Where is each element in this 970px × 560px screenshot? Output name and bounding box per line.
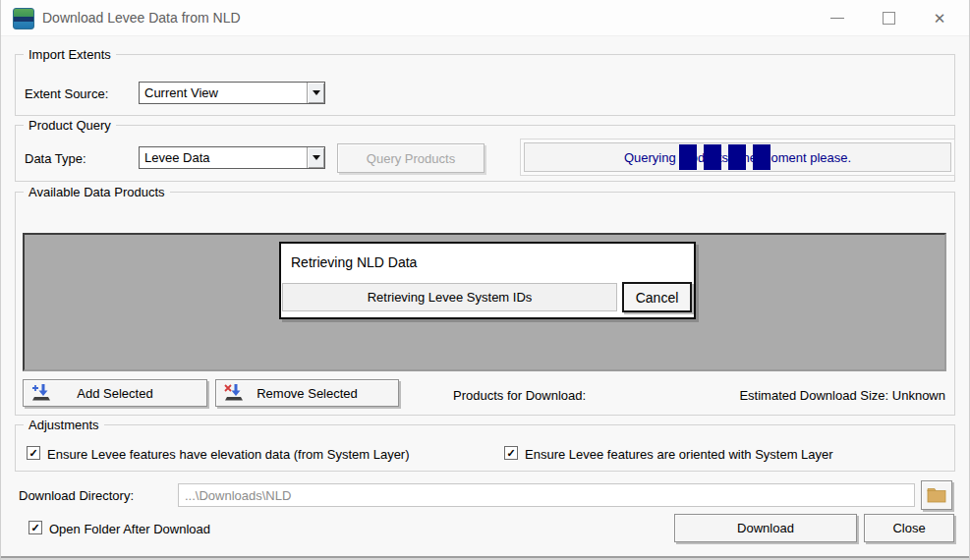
chevron-down-icon (313, 155, 320, 160)
available-products-legend: Available Data Products (24, 185, 170, 199)
checkmark-icon: ✓ (29, 448, 37, 459)
folder-icon (927, 487, 946, 503)
extent-source-dropdown-button[interactable] (307, 83, 324, 103)
query-products-label: Query Products (367, 151, 455, 166)
orientation-checkbox-label: Ensure Levee features are oriented with … (525, 447, 833, 462)
close-icon: ✕ (934, 10, 946, 28)
extent-source-value: Current View (140, 83, 307, 103)
download-levee-dialog: Download Levee Data from NLD ✕ Import Ex… (0, 0, 970, 560)
close-button[interactable]: ✕ (914, 0, 965, 36)
data-type-label: Data Type: (25, 151, 86, 166)
estimated-size-label: Estimated Download Size: Unknown (739, 388, 945, 403)
app-levee-icon (13, 8, 34, 29)
modal-title: Retrieving NLD Data (291, 254, 417, 270)
add-selected-button[interactable]: Add Selected (23, 379, 207, 407)
download-directory-label: Download Directory: (19, 488, 134, 503)
chevron-down-icon (313, 90, 320, 95)
minimize-button[interactable] (812, 0, 863, 36)
remove-download-icon (224, 384, 244, 402)
checkmark-icon: ✓ (506, 448, 515, 459)
orientation-checkbox[interactable]: ✓ (504, 446, 518, 460)
maximize-icon (883, 12, 895, 25)
cancel-button[interactable]: Cancel (622, 282, 692, 312)
maximize-button[interactable] (863, 0, 914, 36)
open-folder-checkbox-label: Open Folder After Download (49, 522, 210, 536)
extent-source-combobox[interactable]: Current View (139, 82, 325, 104)
add-download-icon (31, 384, 51, 402)
close-dialog-button[interactable]: Close (864, 514, 954, 542)
window-title: Download Levee Data from NLD (42, 10, 241, 26)
checkmark-icon: ✓ (30, 523, 39, 533)
remove-selected-button[interactable]: Remove Selected (215, 379, 399, 407)
cancel-label: Cancel (636, 290, 679, 306)
adjustments-legend: Adjustments (24, 418, 104, 432)
browse-folder-button[interactable] (921, 480, 952, 510)
query-progress-bar: Querying products, one moment please. (524, 142, 951, 172)
download-button[interactable]: Download (674, 514, 857, 542)
data-type-dropdown-button[interactable] (307, 147, 324, 168)
modal-progress-bar: Retrieving Levee System IDs (282, 283, 617, 311)
minimize-icon (830, 18, 844, 19)
data-type-combobox[interactable]: Levee Data (139, 146, 325, 169)
window-controls: ✕ (812, 0, 965, 36)
title-bar: Download Levee Data from NLD ✕ (1, 0, 969, 36)
extent-source-label: Extent Source: (25, 86, 108, 101)
products-for-download-label: Products for Download: (453, 388, 586, 403)
remove-selected-label: Remove Selected (257, 386, 358, 401)
data-type-value: Levee Data (140, 147, 307, 168)
query-status-panel: Querying products, one moment please. (520, 139, 955, 176)
elevation-checkbox[interactable]: ✓ (27, 446, 40, 460)
query-status-text: Querying products, one moment please. (624, 150, 851, 165)
open-folder-checkbox[interactable]: ✓ (29, 521, 42, 534)
download-directory-input[interactable] (178, 483, 915, 507)
add-selected-label: Add Selected (77, 386, 152, 401)
elevation-checkbox-label: Ensure Levee features have elevation dat… (47, 447, 410, 462)
window-bottom-edge (1, 556, 969, 560)
query-products-button[interactable]: Query Products (337, 143, 485, 173)
close-label: Close (892, 521, 925, 535)
import-extents-legend: Import Extents (24, 47, 116, 62)
product-query-legend: Product Query (24, 118, 116, 133)
modal-progress-text: Retrieving Levee System IDs (368, 290, 533, 305)
download-label: Download (737, 521, 794, 535)
retrieving-nld-modal: Retrieving NLD Data Retrieving Levee Sys… (279, 242, 696, 319)
